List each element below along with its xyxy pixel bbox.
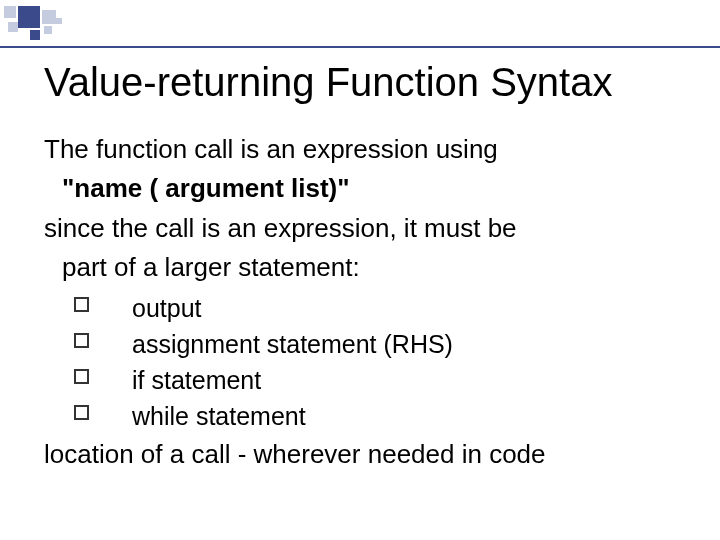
list-item-label: assignment statement (RHS)	[132, 330, 453, 358]
slide: Value-returning Function Syntax The func…	[0, 0, 720, 540]
checkbox-icon	[74, 405, 89, 420]
list-item: output	[74, 290, 690, 326]
intro-line-3: since the call is an expression, it must…	[44, 212, 690, 245]
checkbox-icon	[74, 333, 89, 348]
list-item-label: output	[132, 294, 202, 322]
checkbox-icon	[74, 369, 89, 384]
corner-decoration	[0, 6, 150, 42]
horizontal-rule	[0, 46, 720, 48]
slide-content: Value-returning Function Syntax The func…	[44, 60, 690, 477]
list-item-label: if statement	[132, 366, 261, 394]
intro-line-1: The function call is an expression using	[44, 133, 690, 166]
list-item: assignment statement (RHS)	[74, 326, 690, 362]
list-item: while statement	[74, 398, 690, 434]
list-item: if statement	[74, 362, 690, 398]
intro-line-2: "name ( argument list)"	[44, 172, 690, 205]
checkbox-icon	[74, 297, 89, 312]
intro-line-4: part of a larger statement:	[44, 251, 690, 284]
body-text: The function call is an expression using…	[44, 133, 690, 471]
footer-line: location of a call - wherever needed in …	[44, 438, 690, 471]
list-item-label: while statement	[132, 402, 306, 430]
bullet-list: output assignment statement (RHS) if sta…	[44, 290, 690, 434]
slide-title: Value-returning Function Syntax	[44, 60, 690, 105]
